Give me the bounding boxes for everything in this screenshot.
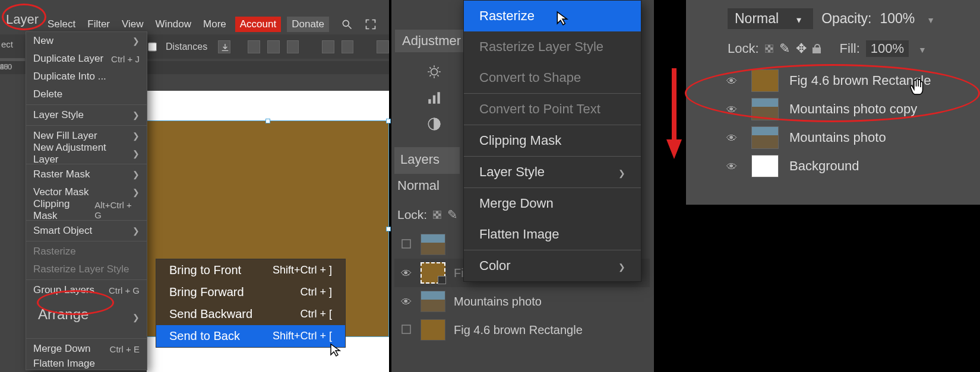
align-middle-icon[interactable] bbox=[342, 40, 354, 53]
blend-mode-select[interactable]: Normal bbox=[728, 8, 813, 29]
menu-raster-mask[interactable]: Raster Mask bbox=[26, 166, 147, 183]
layer-row[interactable]: Mountains photo copy bbox=[726, 95, 980, 123]
layer-thumbnail bbox=[421, 319, 445, 341]
menu-donate[interactable]: Donate bbox=[287, 17, 329, 32]
opacity-dropdown-icon[interactable] bbox=[923, 11, 935, 27]
visibility-toggle-icon[interactable] bbox=[726, 158, 741, 174]
download-icon[interactable] bbox=[218, 40, 230, 53]
menu-account[interactable]: Account bbox=[235, 17, 281, 32]
svg-rect-4 bbox=[433, 96, 435, 104]
arrange-send-backward[interactable]: Send BackwardCtrl + [ bbox=[156, 303, 345, 325]
distances-checkbox[interactable] bbox=[148, 42, 157, 52]
menu-flatten-image[interactable]: Flatten Image bbox=[26, 358, 147, 370]
ctx-layer-style[interactable]: Layer Style bbox=[464, 157, 641, 187]
panel-1-photopea: Select Filter View Window More Account D… bbox=[0, 0, 389, 372]
visibility-checkbox[interactable] bbox=[400, 238, 412, 252]
layer-name: Fig 4.6 brown Rectangle bbox=[789, 73, 931, 88]
lock-pixels-icon[interactable]: ✎ bbox=[447, 208, 458, 222]
contrast-icon[interactable] bbox=[426, 116, 444, 134]
brightness-icon[interactable] bbox=[426, 64, 444, 82]
ctx-convert-to-shape: Convert to Shape bbox=[464, 62, 641, 93]
align-left-icon[interactable] bbox=[248, 40, 260, 53]
menu-view[interactable]: View bbox=[122, 18, 144, 30]
lock-position-icon[interactable]: ✥ bbox=[796, 41, 807, 56]
layer-name: Mountains photo bbox=[789, 130, 886, 145]
menu-layer-open[interactable]: Layer bbox=[6, 12, 39, 27]
blend-mode-select[interactable]: Normal bbox=[397, 178, 440, 193]
menu-smart-object[interactable]: Smart Object bbox=[26, 222, 147, 240]
svg-rect-8 bbox=[402, 325, 410, 333]
search-icon[interactable] bbox=[341, 18, 353, 30]
menu-merge-down[interactable]: Merge DownCtrl + E bbox=[26, 340, 147, 358]
menu-rasterize: Rasterize bbox=[26, 243, 147, 260]
menu-duplicate-layer[interactable]: Duplicate LayerCtrl + J bbox=[26, 50, 147, 68]
layer-row[interactable]: Mountains photo bbox=[394, 287, 650, 316]
visibility-checkbox[interactable] bbox=[400, 323, 412, 337]
menu-clipping-mask[interactable]: Clipping MaskAlt+Ctrl + G bbox=[26, 201, 147, 219]
layer-row[interactable]: Background bbox=[726, 152, 980, 180]
align-top-icon[interactable] bbox=[322, 40, 334, 53]
menu-delete[interactable]: Delete bbox=[26, 85, 147, 103]
lock-pixels-icon[interactable]: ✎ bbox=[779, 41, 790, 56]
fill-dropdown-icon[interactable] bbox=[915, 41, 927, 56]
ctx-color[interactable]: Color bbox=[464, 250, 641, 281]
align-center-icon[interactable] bbox=[267, 40, 280, 53]
lock-transparency-icon[interactable] bbox=[433, 211, 441, 219]
layer-name: Mountains photo bbox=[454, 295, 542, 309]
menu-new[interactable]: New bbox=[26, 32, 147, 50]
levels-icon[interactable] bbox=[426, 90, 444, 108]
menu-group-layers[interactable]: Group LayersCtrl + G bbox=[26, 281, 147, 299]
fullscreen-icon[interactable] bbox=[365, 18, 377, 30]
visibility-toggle-icon[interactable] bbox=[400, 295, 412, 309]
layer-row[interactable]: Fig 4.6 brown Rectangle bbox=[394, 316, 650, 344]
arrange-bring-forward[interactable]: Bring ForwardCtrl + ] bbox=[156, 281, 345, 303]
svg-point-0 bbox=[343, 20, 349, 26]
shape-badge-icon bbox=[438, 276, 446, 284]
layer-row[interactable]: Fig 4.6 brown Rectangle bbox=[726, 66, 980, 95]
menu-arrange[interactable]: Arrange bbox=[26, 299, 147, 337]
ctx-rasterize[interactable]: Rasterize bbox=[464, 1, 641, 31]
fill-label: Fill: bbox=[840, 41, 860, 56]
svg-rect-3 bbox=[428, 99, 431, 104]
visibility-toggle-icon[interactable] bbox=[400, 266, 412, 280]
visibility-toggle-icon[interactable] bbox=[726, 130, 741, 145]
layer-menu-dropdown: New Duplicate LayerCtrl + J Duplicate In… bbox=[26, 31, 147, 370]
menu-duplicate-into[interactable]: Duplicate Into ... bbox=[26, 68, 147, 85]
opacity-value[interactable]: 100% bbox=[880, 11, 915, 27]
menu-filter[interactable]: Filter bbox=[87, 18, 110, 30]
arrange-submenu: Bring to FrontShift+Ctrl + ] Bring Forwa… bbox=[156, 259, 346, 348]
fill-value[interactable]: 100% bbox=[866, 40, 909, 57]
transform-handle-right[interactable] bbox=[386, 227, 391, 231]
layer-row[interactable]: Mountains photo bbox=[726, 123, 980, 152]
lock-all-icon[interactable] bbox=[813, 44, 821, 53]
ctx-merge-down[interactable]: Merge Down bbox=[464, 188, 641, 219]
menu-more[interactable]: More bbox=[203, 18, 226, 30]
visibility-toggle-icon[interactable] bbox=[726, 73, 741, 88]
menu-layer-style[interactable]: Layer Style bbox=[26, 106, 147, 124]
ctx-flatten-image[interactable]: Flatten Image bbox=[464, 219, 641, 250]
visibility-toggle-icon[interactable] bbox=[726, 101, 741, 117]
svg-line-1 bbox=[349, 26, 352, 28]
menu-window[interactable]: Window bbox=[156, 18, 191, 30]
ctx-rasterize-layer-style: Rasterize Layer Style bbox=[464, 31, 641, 62]
transform-handle-top[interactable] bbox=[265, 119, 270, 123]
transform-handle-top-right[interactable] bbox=[386, 119, 391, 123]
menu-new-adjustment-layer[interactable]: New Adjustment Layer bbox=[26, 145, 147, 163]
arrange-send-to-back[interactable]: Send to BackShift+Ctrl + [ bbox=[156, 325, 345, 347]
lock-label: Lock: bbox=[728, 41, 759, 56]
ctx-clipping-mask[interactable]: Clipping Mask bbox=[464, 125, 641, 156]
layer-thumbnail bbox=[751, 155, 779, 177]
lock-transparency-icon[interactable] bbox=[765, 44, 773, 53]
more-options-icon[interactable] bbox=[377, 40, 389, 53]
layer-context-menu: Rasterize Rasterize Layer Style Convert … bbox=[463, 0, 641, 282]
distances-label: Distances bbox=[166, 42, 207, 52]
layer-thumbnail bbox=[751, 98, 779, 120]
align-right-icon[interactable] bbox=[287, 40, 299, 53]
menu-rasterize-layer-style: Rasterize Layer Style bbox=[26, 260, 147, 278]
layers-tab[interactable]: Layers bbox=[394, 147, 460, 174]
adjustments-panel-header[interactable]: Adjustmer bbox=[395, 30, 472, 52]
lock-label: Lock: bbox=[397, 208, 427, 222]
layer-name: Mountains photo copy bbox=[789, 101, 917, 117]
menu-select[interactable]: Select bbox=[48, 18, 75, 30]
arrange-bring-to-front[interactable]: Bring to FrontShift+Ctrl + ] bbox=[156, 259, 345, 281]
